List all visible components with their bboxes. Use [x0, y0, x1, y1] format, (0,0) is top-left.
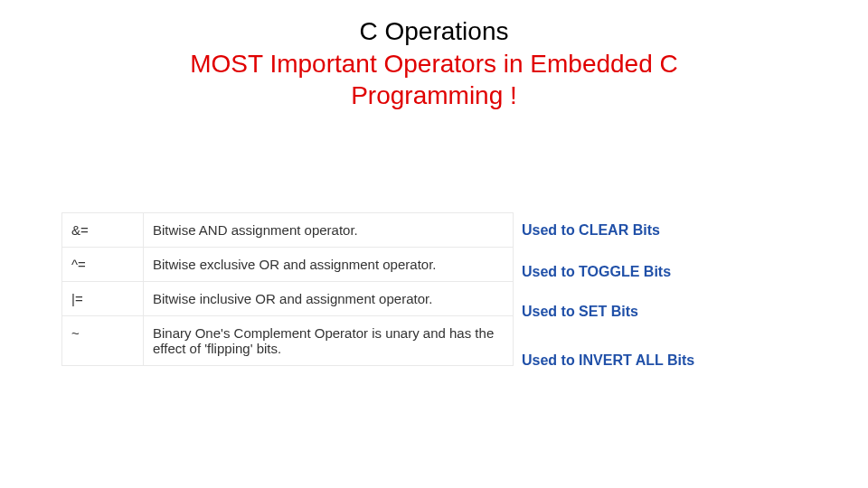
subtitle-line-1: MOST Important Operators in Embedded C: [0, 49, 868, 80]
operator-symbol: ^=: [62, 248, 144, 282]
operator-symbol: &=: [62, 213, 144, 248]
usage-label: Used to TOGGLE Bits: [522, 265, 694, 279]
page-title: C Operations: [0, 16, 868, 47]
title-block: C Operations MOST Important Operators in…: [0, 0, 868, 111]
usage-label: Used to INVERT ALL Bits: [522, 353, 694, 368]
table-row: &= Bitwise AND assignment operator.: [62, 213, 514, 248]
operators-table-area: &= Bitwise AND assignment operator. ^= B…: [61, 212, 514, 366]
usage-labels-area: Used to CLEAR Bits Used to TOGGLE Bits U…: [522, 223, 694, 395]
subtitle-line-2: Programming !: [0, 80, 868, 111]
operator-description: Binary One's Complement Operator is unar…: [144, 316, 514, 366]
operator-description: Bitwise exclusive OR and assignment oper…: [144, 248, 514, 282]
usage-label: Used to CLEAR Bits: [522, 223, 694, 238]
table-row: ~ Binary One's Complement Operator is un…: [62, 316, 514, 366]
usage-label: Used to SET Bits: [522, 305, 694, 319]
operators-table: &= Bitwise AND assignment operator. ^= B…: [61, 212, 514, 366]
operator-description: Bitwise AND assignment operator.: [144, 213, 514, 248]
operator-symbol: |=: [62, 282, 144, 316]
operator-symbol: ~: [62, 316, 144, 366]
table-row: |= Bitwise inclusive OR and assignment o…: [62, 282, 514, 316]
operator-description: Bitwise inclusive OR and assignment oper…: [144, 282, 514, 316]
table-row: ^= Bitwise exclusive OR and assignment o…: [62, 248, 514, 282]
